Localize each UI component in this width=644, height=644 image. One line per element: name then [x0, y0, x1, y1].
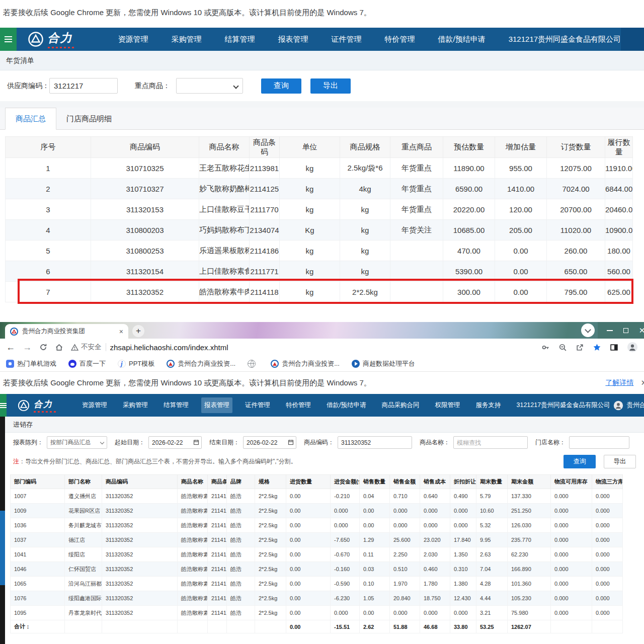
cell: 10685.00 — [443, 220, 495, 240]
nav-menu-item[interactable]: 报表管理 — [201, 397, 232, 413]
tab-search-chevron-icon[interactable] — [581, 324, 595, 337]
nav-menu-item[interactable]: 服务支持 — [472, 397, 504, 413]
cell: 皓浩散称素牛肉/辣条系列 — [178, 504, 208, 518]
security-label: 不安全 — [81, 343, 102, 352]
nav-menu-item[interactable]: 证件管理 — [332, 35, 362, 44]
bookmark-item[interactable] — [248, 360, 259, 368]
address-bar-actions — [541, 342, 638, 353]
cell: 0.000 — [450, 504, 476, 518]
product-code-input[interactable] — [338, 436, 412, 449]
maximize-button[interactable] — [618, 322, 634, 339]
cell: 2114118 — [208, 577, 227, 591]
cell: 0.10 — [360, 577, 390, 591]
nav-menu-item[interactable]: 商品采购合同 — [378, 397, 422, 413]
cell: 0.000 — [420, 606, 450, 620]
cell: 合计： — [11, 620, 65, 633]
nav-menu-item[interactable]: 结算管理 — [160, 397, 192, 413]
back-button[interactable]: ← — [6, 343, 15, 352]
nav-menu-item[interactable]: 借款/预结申请 — [324, 397, 369, 413]
cell — [390, 240, 443, 261]
tab-close-icon[interactable]: × — [119, 328, 123, 336]
brand-subtext-decoration — [48, 47, 76, 48]
home-button[interactable] — [55, 343, 63, 352]
note-row: 注：导出文件分部门汇总、商品汇总、部门商品汇总三个表，不需分开导出。输入多个商品… — [5, 452, 644, 470]
key-product-select[interactable] — [176, 78, 243, 94]
product-name-input[interactable] — [453, 436, 528, 449]
bookmark-star-icon[interactable] — [593, 343, 601, 352]
tab[interactable]: 商品汇总 — [5, 108, 56, 130]
calendar-icon[interactable] — [288, 439, 294, 445]
cell: 0.490 — [450, 489, 476, 504]
nav-menu-item[interactable]: 3121217贵州同盛金食品有限公司 — [513, 397, 613, 413]
cell: 0.310 — [450, 562, 476, 577]
cell: 0.04 — [360, 489, 390, 504]
cell: 251.250 — [508, 504, 551, 518]
cell: 0.000 — [450, 518, 476, 533]
cell: 绥阳店 — [65, 547, 102, 562]
password-key-icon[interactable] — [541, 343, 550, 352]
nav-menu-item[interactable]: 特价管理 — [385, 35, 415, 44]
browser-tab-title: 贵州合力商业投资集团 — [22, 327, 115, 336]
reload-button[interactable] — [39, 343, 47, 351]
bookmark-item[interactable]: 热门单机游戏 — [6, 359, 56, 368]
sidebar-scroll-indicator[interactable] — [0, 511, 5, 585]
cell: 皓浩 — [227, 489, 255, 504]
store-name-input[interactable] — [569, 436, 629, 449]
nav-menu-item[interactable]: 特价管理 — [283, 397, 314, 413]
tab[interactable]: 门店商品明细 — [56, 108, 122, 129]
nav-menu-item[interactable]: 采购管理 — [172, 35, 202, 44]
calendar-icon[interactable] — [193, 439, 199, 445]
browser-tab-strip: 贵州合力商业投资集团 × + ✕ — [0, 322, 644, 339]
zoom-out-icon[interactable] — [558, 343, 567, 352]
nav-menu-item[interactable]: 采购管理 — [120, 397, 151, 413]
cell: 0.000 — [592, 547, 623, 562]
dismiss-warning-icon[interactable]: ✕ — [640, 378, 644, 387]
column-header: 商品名称 — [199, 137, 250, 158]
cell: 0.00 — [360, 518, 390, 533]
cell: -0.210 — [331, 489, 360, 504]
cell — [208, 620, 227, 633]
learn-more-link[interactable]: 了解详情 — [605, 378, 633, 387]
close-window-button[interactable]: ✕ — [634, 322, 644, 339]
bookmark-item[interactable]: PPT模板 — [118, 359, 154, 368]
nav-menu-item[interactable]: 权限管理 — [432, 397, 463, 413]
security-status[interactable]: 不安全 — [71, 343, 102, 352]
omnibox[interactable]: 不安全 zhsapi.helichaoshi.com/index.xhtml — [71, 343, 534, 352]
bookmark-item[interactable]: 贵州合力商业投资... — [167, 359, 235, 368]
cell: 年货重点 — [390, 158, 443, 179]
cell: 1.05 — [360, 591, 390, 606]
supplier-code-input[interactable] — [49, 78, 118, 94]
nav-menu-item[interactable]: 证件管理 — [242, 397, 273, 413]
side-panel-icon[interactable] — [610, 343, 618, 352]
share-icon[interactable] — [576, 343, 584, 352]
cell: 17.840 — [450, 533, 476, 547]
table-row: 2310710327妙飞散称奶酪棒2114125kg4kg年货重点6590.00… — [6, 179, 633, 199]
export-button-2[interactable]: 导出 — [604, 455, 636, 468]
bookmark-item[interactable]: 百度一下 — [68, 359, 106, 368]
nav-menu-item[interactable]: 借款/预结申请 — [438, 35, 486, 44]
report-type-select[interactable]: 按部门商品汇总 — [47, 436, 107, 449]
cell: 23.020 — [420, 533, 450, 547]
new-tab-button[interactable]: + — [132, 325, 144, 337]
profile-avatar-icon[interactable] — [627, 342, 638, 353]
menu-toggle-button-2[interactable] — [0, 394, 7, 417]
cell: 311320352 — [102, 562, 178, 577]
user-avatar-icon[interactable] — [613, 400, 623, 411]
bookmark-item[interactable]: 贵州合力商业投资... — [271, 359, 340, 368]
nav-menu-item[interactable]: 3121217贵州同盛金食品有限公司 — [509, 35, 621, 44]
export-button[interactable]: 导出 — [310, 78, 351, 94]
bookmark-item[interactable]: 商超数据处理平台 — [352, 359, 415, 368]
nav-menu-item[interactable]: 资源管理 — [118, 35, 148, 44]
browser-tab[interactable]: 贵州合力商业投资集团 × — [5, 324, 128, 339]
minimize-button[interactable] — [602, 322, 618, 339]
nav-menu-item[interactable]: 资源管理 — [79, 397, 110, 413]
query-button-2[interactable]: 查询 — [564, 455, 596, 468]
user-name[interactable]: 贵州合力集团 — [627, 401, 644, 410]
cell: 0.000 — [420, 518, 450, 533]
menu-toggle-button[interactable] — [0, 28, 17, 51]
nav-menu-item[interactable]: 报表管理 — [278, 35, 308, 44]
cell: 0.00 — [360, 504, 390, 518]
query-button[interactable]: 查询 — [261, 78, 301, 94]
forward-button[interactable]: → — [23, 343, 32, 352]
nav-menu-item[interactable]: 结算管理 — [225, 35, 255, 44]
